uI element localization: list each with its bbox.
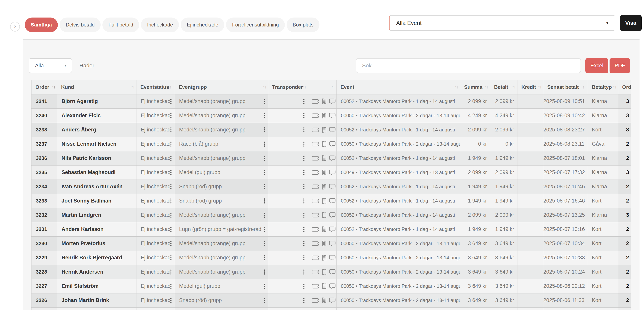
kebab-menu-icon[interactable] [264, 98, 265, 104]
receipt-icon[interactable] [322, 140, 326, 148]
ticket-icon[interactable] [312, 141, 319, 147]
column-header[interactable]: Transponder ↑↓ [268, 80, 308, 94]
kebab-menu-icon[interactable] [303, 113, 305, 118]
kebab-menu-icon[interactable] [170, 98, 172, 104]
column-header[interactable]: Eventstatus ↑↓ [136, 80, 175, 94]
kebab-menu-icon[interactable] [264, 241, 265, 246]
table-row[interactable]: 3241 Björn Agerstig Ej incheckad Medel/s… [32, 94, 631, 108]
ticket-icon[interactable] [312, 156, 319, 161]
comment-icon[interactable] [329, 98, 336, 104]
table-row[interactable]: 3233 Joel Sonny Bällman Ej incheckad Sna… [32, 194, 631, 208]
ticket-icon[interactable] [312, 298, 319, 304]
receipt-icon[interactable] [322, 240, 326, 247]
column-header[interactable]: ↑↓ [308, 80, 336, 94]
comment-icon[interactable] [329, 141, 336, 147]
comment-icon[interactable] [329, 184, 336, 190]
receipt-icon[interactable] [322, 226, 326, 233]
ticket-icon[interactable] [312, 113, 319, 118]
column-header[interactable]: Order ↑↓ [32, 80, 57, 94]
comment-icon[interactable] [329, 127, 336, 133]
table-row[interactable]: 3238 Anders Åberg Ej incheckad Medel/sna… [32, 123, 631, 137]
kebab-menu-icon[interactable] [303, 269, 305, 275]
comment-icon[interactable] [329, 226, 336, 232]
column-header[interactable]: Betaltyp ↑↓ [588, 80, 618, 94]
receipt-icon[interactable] [322, 198, 326, 204]
kebab-menu-icon[interactable] [303, 212, 305, 218]
ticket-icon[interactable] [312, 269, 319, 275]
column-header[interactable]: Betalt ↑↓ [490, 80, 518, 94]
kebab-menu-icon[interactable] [264, 184, 265, 190]
visa-button[interactable]: Visa [620, 15, 642, 31]
kebab-menu-icon[interactable] [170, 241, 172, 246]
receipt-icon[interactable] [322, 155, 326, 162]
comment-icon[interactable] [329, 269, 336, 275]
comment-icon[interactable] [329, 297, 336, 304]
partially-visible-row[interactable] [32, 308, 631, 310]
kebab-menu-icon[interactable] [303, 98, 305, 104]
event-select[interactable]: Alla Event ▼ [389, 15, 616, 31]
kebab-menu-icon[interactable] [170, 184, 172, 190]
table-row[interactable]: 3229 Henrik Bork Bjerregaard Ej inchecka… [32, 250, 631, 265]
comment-icon[interactable] [329, 198, 336, 204]
kebab-menu-icon[interactable] [303, 241, 305, 246]
receipt-icon[interactable] [322, 254, 326, 261]
receipt-icon[interactable] [322, 212, 326, 218]
column-header[interactable]: Kredit ↑↓ [518, 80, 543, 94]
kebab-menu-icon[interactable] [303, 141, 305, 147]
ticket-icon[interactable] [312, 198, 319, 204]
kebab-menu-icon[interactable] [264, 269, 265, 275]
ticket-icon[interactable] [312, 127, 319, 133]
column-header[interactable]: Senast betalt ↑↓ [543, 80, 588, 94]
kebab-menu-icon[interactable] [303, 283, 305, 289]
ticket-icon[interactable] [312, 241, 319, 246]
receipt-icon[interactable] [322, 98, 326, 105]
ticket-icon[interactable] [312, 212, 319, 218]
kebab-menu-icon[interactable] [170, 298, 172, 304]
table-row[interactable]: 3230 Morten Prætorius Ej incheckad Medel… [32, 236, 631, 250]
kebab-menu-icon[interactable] [264, 141, 265, 147]
ticket-icon[interactable] [312, 98, 319, 104]
receipt-icon[interactable] [322, 169, 326, 176]
ticket-icon[interactable] [312, 170, 319, 176]
table-row[interactable]: 3226 Johan Martin Brink Ej incheckad Sna… [32, 293, 631, 308]
filter-chip[interactable]: Förarlicensutbildning [226, 18, 285, 32]
sidebar-expand-button[interactable]: › [10, 22, 20, 32]
filter-chip[interactable]: Incheckade [141, 18, 179, 32]
column-header[interactable]: Kund ↑↓ [57, 80, 136, 94]
filter-chip[interactable]: Delvis betald [60, 18, 101, 32]
comment-icon[interactable] [329, 170, 336, 176]
kebab-menu-icon[interactable] [170, 283, 172, 289]
table-row[interactable]: 3232 Martin Lindgren Ej incheckad Medel/… [32, 208, 631, 222]
receipt-icon[interactable] [322, 268, 326, 275]
receipt-icon[interactable] [322, 126, 326, 133]
column-header[interactable]: Event ↑↓ [336, 80, 460, 94]
column-header[interactable]: Orde ↑↓ [618, 80, 631, 94]
receipt-icon[interactable] [322, 183, 326, 190]
kebab-menu-icon[interactable] [303, 170, 305, 176]
column-header[interactable]: Summa ↑↓ [460, 80, 490, 94]
kebab-menu-icon[interactable] [303, 226, 305, 232]
table-row[interactable]: 3228 Henrik Andersen Ej incheckad Medel/… [32, 265, 631, 279]
kebab-menu-icon[interactable] [170, 226, 172, 232]
filter-chip[interactable]: Box plats [286, 18, 320, 32]
comment-icon[interactable] [329, 155, 336, 161]
table-row[interactable]: 3231 Anders Karlsson Ej incheckad Lugn (… [32, 222, 631, 236]
table-row[interactable]: 3240 Alexander Elcic Ej incheckad Medel/… [32, 108, 631, 123]
filter-chip[interactable]: Ej incheckade [181, 18, 224, 32]
kebab-menu-icon[interactable] [264, 113, 265, 118]
kebab-menu-icon[interactable] [264, 212, 265, 218]
kebab-menu-icon[interactable] [303, 184, 305, 190]
kebab-menu-icon[interactable] [303, 198, 305, 204]
kebab-menu-icon[interactable] [264, 198, 265, 204]
kebab-menu-icon[interactable] [303, 127, 305, 133]
rows-per-page-select[interactable]: Alla ▼ [29, 58, 72, 73]
column-header[interactable]: Eventgrupp ↑↓ [175, 80, 268, 94]
ticket-icon[interactable] [312, 255, 319, 261]
comment-icon[interactable] [329, 240, 336, 246]
filter-chip[interactable]: Fullt betald [102, 18, 139, 32]
receipt-icon[interactable] [322, 112, 326, 119]
ticket-icon[interactable] [312, 184, 319, 190]
table-row[interactable]: 3235 Sebastian Maghsoudi Ej incheckad Me… [32, 165, 631, 180]
ticket-icon[interactable] [312, 226, 319, 232]
excel-export-button[interactable]: Excel [586, 58, 608, 73]
